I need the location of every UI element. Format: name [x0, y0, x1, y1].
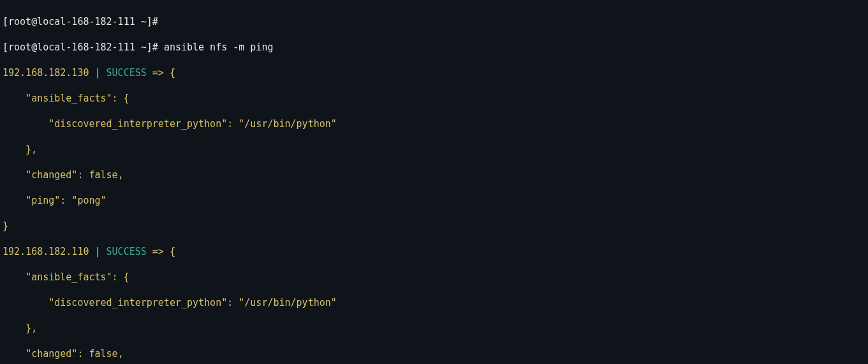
- output-line: },: [3, 322, 865, 335]
- output-line: "discovered_interpreter_python": "/usr/b…: [3, 296, 865, 309]
- output-host-header: 192.168.182.110 | SUCCESS => {: [3, 245, 865, 258]
- status: SUCCESS: [107, 246, 147, 257]
- val-false: false: [89, 348, 117, 360]
- arrow: =>: [152, 67, 164, 79]
- key-ping: "ping": [26, 195, 60, 206]
- output-host-header: 192.168.182.130 | SUCCESS => {: [3, 66, 865, 79]
- val-pong: "pong": [71, 195, 106, 206]
- output-line: "ansible_facts": {: [3, 271, 865, 284]
- output-line: "changed": false,: [3, 347, 865, 360]
- arrow: =>: [152, 246, 164, 257]
- prompt-line-empty: [root@local-168-182-111 ~]#: [3, 15, 865, 28]
- key-changed: "changed": [26, 348, 77, 360]
- key-ansible-facts: "ansible_facts": [26, 93, 112, 104]
- output-line: }: [3, 220, 865, 232]
- output-line: "ansible_facts": {: [3, 92, 865, 105]
- key-ansible-facts: "ansible_facts": [26, 271, 112, 283]
- host: 192.168.182.110: [3, 246, 89, 257]
- host: 192.168.182.130: [3, 67, 89, 79]
- key-dip: "discovered_interpreter_python": [48, 118, 227, 130]
- command: ansible nfs -m ping: [164, 42, 274, 53]
- prompt-line-cmd1: [root@local-168-182-111 ~]# ansible nfs …: [3, 41, 865, 54]
- prompt: [root@local-168-182-111 ~]#: [3, 42, 158, 53]
- output-line: },: [3, 143, 865, 156]
- key-dip: "discovered_interpreter_python": [48, 297, 227, 308]
- prompt: [root@local-168-182-111 ~]#: [3, 16, 158, 27]
- output-line: "changed": false,: [3, 169, 865, 181]
- key-changed: "changed": [26, 169, 77, 181]
- status: SUCCESS: [107, 67, 147, 79]
- terminal[interactable]: [root@local-168-182-111 ~]# [root@local-…: [0, 0, 868, 364]
- val-python: "/usr/bin/python": [239, 118, 337, 130]
- val-python: "/usr/bin/python": [239, 297, 337, 308]
- output-line: "ping": "pong": [3, 194, 865, 207]
- output-line: "discovered_interpreter_python": "/usr/b…: [3, 118, 865, 130]
- val-false: false: [89, 169, 117, 181]
